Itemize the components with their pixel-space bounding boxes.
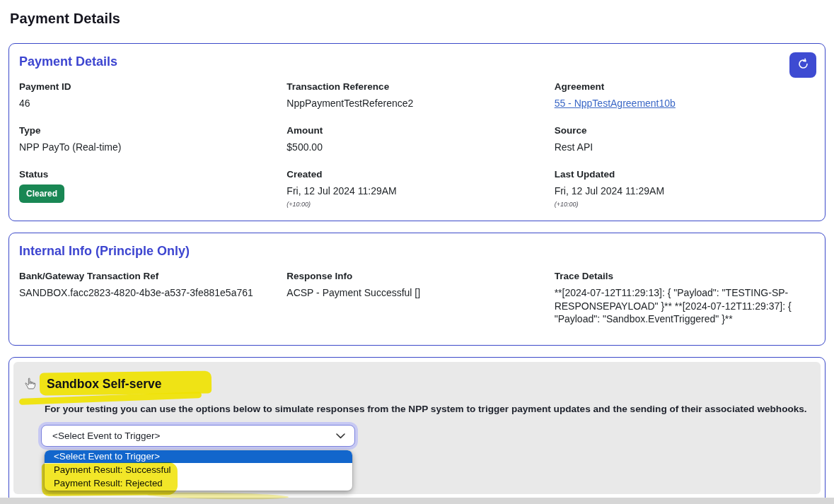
field-value: Fri, 12 Jul 2024 11:29AM: [286, 184, 547, 198]
payment-fields-grid: Payment ID 46 Transaction Reference NppP…: [19, 81, 815, 208]
event-select-dropdown: <Select Event to Trigger> Payment Result…: [45, 450, 352, 491]
field-label: Created: [286, 169, 547, 180]
event-select-wrap: <Select Event to Trigger> <Select Event …: [41, 425, 355, 447]
field-source: Source Rest API: [555, 125, 815, 154]
sandbox-body: Sandbox Self-serve For your testing you …: [13, 362, 821, 494]
field-value: Fri, 12 Jul 2024 11:29AM: [555, 184, 815, 198]
field-label: Last Updated: [555, 169, 815, 180]
timezone-note: (+10:00): [555, 201, 815, 208]
internal-fields-grid: Bank/Gateway Transaction Ref SANDBOX.fac…: [19, 271, 815, 327]
field-value: **[2024-07-12T11:29:13]: { "Payload": "T…: [555, 286, 802, 327]
bottom-edge-strip: [0, 498, 834, 504]
field-label: Amount: [286, 125, 547, 136]
field-type: Type NPP PayTo (Real-time): [19, 125, 279, 154]
chevron-down-icon: [336, 430, 345, 441]
status-badge: Cleared: [19, 184, 64, 203]
field-label: Transaction Reference: [286, 81, 547, 92]
field-bank-gateway-ref: Bank/Gateway Transaction Ref SANDBOX.fac…: [19, 271, 279, 327]
internal-info-card: Internal Info (Principle Only) Bank/Gate…: [8, 233, 826, 346]
timezone-note: (+10:00): [286, 201, 547, 208]
field-status: Status Cleared: [19, 169, 279, 208]
field-label: Trace Details: [555, 271, 815, 281]
field-label: Bank/Gateway Transaction Ref: [19, 271, 279, 281]
sandbox-self-serve-card: Sandbox Self-serve For your testing you …: [8, 357, 826, 504]
pointing-hand-cursor-icon: [24, 377, 36, 392]
field-label: Source: [555, 125, 815, 136]
field-value: NppPaymentTestReference2: [286, 97, 547, 110]
field-label: Response Info: [286, 271, 547, 281]
event-select[interactable]: <Select Event to Trigger>: [41, 425, 355, 447]
field-label: Payment ID: [19, 81, 279, 92]
field-value: $500.00: [286, 141, 547, 154]
field-created: Created Fri, 12 Jul 2024 11:29AM (+10:00…: [286, 169, 547, 208]
field-response-info: Response Info ACSP - Payment Successful …: [286, 271, 547, 327]
field-payment-id: Payment ID 46: [19, 81, 279, 110]
field-label: Agreement: [555, 81, 815, 92]
page-title: Payment Details: [10, 11, 826, 27]
agreement-link[interactable]: 55 - NppTestAgreement10b: [555, 98, 676, 109]
field-transaction-reference: Transaction Reference NppPaymentTestRefe…: [286, 81, 547, 110]
payment-details-page: Payment Details Payment Details Payment …: [0, 0, 834, 504]
card-title-payment-details: Payment Details: [19, 54, 815, 69]
field-amount: Amount $500.00: [286, 125, 547, 154]
sandbox-description: For your testing you can use the options…: [45, 404, 811, 414]
sandbox-title: Sandbox Self-serve: [44, 377, 164, 392]
field-value: 46: [19, 97, 279, 110]
dropdown-option-payment-successful[interactable]: Payment Result: Successful: [45, 463, 352, 476]
field-label: Type: [19, 125, 279, 136]
field-trace-details: Trace Details **[2024-07-12T11:29:13]: {…: [555, 271, 815, 327]
refresh-button[interactable]: [789, 52, 816, 78]
field-value: NPP PayTo (Real-time): [19, 141, 279, 154]
field-value: Rest API: [555, 141, 815, 154]
refresh-icon: [797, 58, 809, 72]
dropdown-option-select-event[interactable]: <Select Event to Trigger>: [45, 450, 352, 463]
field-last-updated: Last Updated Fri, 12 Jul 2024 11:29AM (+…: [555, 169, 815, 208]
field-agreement: Agreement 55 - NppTestAgreement10b: [555, 81, 815, 110]
event-select-value: <Select Event to Trigger>: [52, 430, 160, 441]
field-label: Status: [19, 169, 279, 180]
card-title-internal-info: Internal Info (Principle Only): [19, 244, 815, 259]
payment-details-card: Payment Details Payment ID 46 Transactio…: [8, 43, 826, 221]
field-value: SANDBOX.facc2823-4820-4b3e-a537-3fe881e5…: [19, 286, 279, 300]
dropdown-option-payment-rejected[interactable]: Payment Result: Rejected: [45, 476, 352, 490]
field-value: ACSP - Payment Successful []: [286, 286, 547, 300]
